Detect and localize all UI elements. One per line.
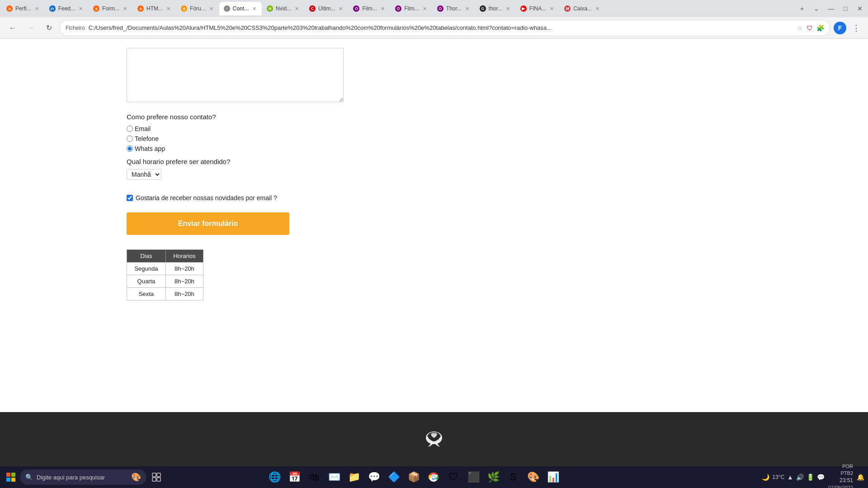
profile-avatar[interactable]: F (834, 22, 846, 34)
tab-close-film2[interactable]: ✕ (422, 5, 428, 13)
tab-label-thor1: Thor... (446, 5, 462, 12)
tab-label-nvidia: Nvid... (276, 5, 291, 12)
nav-actions: F ⋮ (834, 22, 863, 34)
maximize-button[interactable]: □ (839, 2, 852, 15)
radio-telefone-input[interactable] (127, 136, 133, 142)
search-icon: 🔍 (25, 474, 33, 481)
volume-icon[interactable]: 🔊 (796, 474, 804, 481)
taskbar-app-antivirus[interactable]: 🛡 (444, 468, 463, 487)
tab-label-ultim: Últim... (318, 5, 335, 12)
table-cell-dia-1: Quarta (127, 275, 166, 288)
radio-telefone-item[interactable]: Telefone (127, 135, 741, 142)
tab-thor2[interactable]: Gthor...✕ (475, 2, 515, 15)
tab-ultim[interactable]: CÚltim...✕ (305, 2, 348, 15)
tab-favicon-fina: ▶ (520, 5, 527, 12)
tab-close-conta[interactable]: ✕ (251, 5, 257, 13)
forward-button[interactable]: → (24, 21, 38, 35)
bookmark-icon[interactable]: ☆ (797, 24, 803, 32)
message-textarea[interactable] (127, 48, 344, 102)
tab-close-thor1[interactable]: ✕ (464, 5, 470, 13)
taskbar-app-whatsapp[interactable]: 💬 (364, 468, 383, 487)
tab-actions: + ⌄ — □ ✕ (796, 2, 866, 15)
back-button[interactable]: ← (5, 21, 20, 35)
radio-group-contact: Email Telefone Whats app (127, 125, 741, 152)
table-header-horarios: Horarios (165, 250, 203, 263)
tab-close-perfil[interactable]: ✕ (34, 5, 40, 13)
browser-chrome: aPerfi...✕inFeed...✕aForm...✕aHTM...✕aFó… (0, 0, 868, 39)
taskbar-app-blue[interactable]: 🔷 (384, 468, 403, 487)
taskbar-app-mail[interactable]: ✉️ (325, 468, 344, 487)
tab-perfil[interactable]: aPerfi...✕ (2, 2, 44, 15)
tab-close-feed[interactable]: ✕ (78, 5, 84, 13)
nav-bar: ← → ↻ Ficheiro C:/Users/fred_/Documents/… (0, 17, 868, 39)
minimize-button[interactable]: — (825, 2, 837, 15)
address-url-text: C:/Users/fred_/Documents/Aulas%20Alura/H… (89, 24, 793, 31)
new-tab-button[interactable]: + (796, 2, 808, 15)
radio-email-input[interactable] (127, 126, 133, 132)
radio-whatsapp-input[interactable] (127, 145, 133, 152)
tab-favicon-forum: a (181, 5, 187, 12)
tab-close-caixa[interactable]: ✕ (594, 5, 600, 13)
tab-close-fina[interactable]: ✕ (549, 5, 555, 13)
tab-nvidia[interactable]: NNvid...✕ (262, 2, 304, 15)
windows-start-button[interactable] (4, 470, 18, 484)
taskbar-app-calendar[interactable]: 📅 (285, 468, 304, 487)
menu-button[interactable]: ⋮ (850, 22, 863, 34)
tab-thor1[interactable]: OThor...✕ (433, 2, 475, 15)
tab-favicon-feed: in (49, 5, 56, 12)
tab-close-film1[interactable]: ✕ (380, 5, 386, 13)
taskbar-search-box[interactable]: 🔍 Digite aqui para pesquisar 🎨 (20, 469, 146, 485)
svg-rect-3 (6, 478, 10, 482)
battery-icon[interactable]: 🔋 (807, 474, 814, 481)
tab-close-nvidia[interactable]: ✕ (294, 5, 300, 13)
tab-html[interactable]: aHTM...✕ (133, 2, 176, 15)
tab-close-ultim[interactable]: ✕ (338, 5, 344, 13)
tab-close-form[interactable]: ✕ (122, 5, 128, 13)
taskbar-app-stats[interactable]: 📊 (543, 468, 562, 487)
tab-favicon-film1: O (353, 5, 359, 12)
taskbar-app-store[interactable]: 🛍 (305, 468, 324, 487)
extensions-icon[interactable]: 🧩 (816, 24, 824, 32)
tab-close-thor2[interactable]: ✕ (505, 5, 511, 13)
taskbar-app-3d[interactable]: 📦 (404, 468, 423, 487)
taskbar-app-chrome[interactable] (424, 468, 443, 487)
tab-conta[interactable]: ○Cont...✕ (219, 2, 262, 15)
tab-film2[interactable]: OFilm...✕ (391, 2, 432, 15)
newsletter-checkbox[interactable] (127, 195, 133, 201)
tab-list-button[interactable]: ⌄ (810, 2, 823, 15)
tab-feed[interactable]: inFeed...✕ (45, 2, 88, 15)
tab-close-html[interactable]: ✕ (165, 5, 171, 13)
taskbar-app-files[interactable]: 📁 (344, 468, 363, 487)
taskbar-app-edge[interactable]: 🌐 (265, 468, 284, 487)
radio-whatsapp-item[interactable]: Whats app (127, 145, 741, 152)
tab-caixa[interactable]: MCaixa...✕ (560, 2, 605, 15)
tab-close-forum[interactable]: ✕ (208, 5, 214, 13)
schedule-table: Dias Horarios Segunda8h~20hQuarta8h~20hS… (127, 249, 203, 300)
radio-email-item[interactable]: Email (127, 125, 741, 132)
horario-select[interactable]: ManhãTardeNoite (127, 169, 161, 180)
tab-fina[interactable]: ▶FINA...✕ (516, 2, 559, 15)
table-cell-horario-1: 8h~20h (165, 275, 203, 288)
close-window-button[interactable]: ✕ (854, 2, 866, 15)
table-cell-horario-2: 8h~20h (165, 288, 203, 300)
svg-rect-1 (6, 473, 10, 477)
address-bar[interactable]: Ficheiro C:/Users/fred_/Documents/Aulas%… (60, 20, 830, 36)
taskbar-app-colorgrid[interactable]: 🎨 (524, 468, 542, 487)
table-header-dias: Dias (127, 250, 166, 263)
tab-form[interactable]: aForm...✕ (89, 2, 132, 15)
reload-button[interactable]: ↻ (42, 21, 56, 35)
tab-film1[interactable]: OFilm...✕ (349, 2, 390, 15)
tab-forum[interactable]: aFóru...✕ (176, 2, 219, 15)
taskbar-app-green[interactable]: 🌿 (484, 468, 503, 487)
taskbar-app-sublime[interactable]: S (504, 468, 523, 487)
taskbar-notifications-button[interactable]: 🔔 (857, 474, 864, 481)
taskbar-app-terminal[interactable]: ⬛ (464, 468, 483, 487)
tab-favicon-ultim: C (309, 5, 316, 12)
submit-button[interactable]: Enviar formulário (127, 212, 289, 235)
tab-label-film1: Film... (362, 5, 377, 12)
taskbar-time-display: 23:51 (828, 477, 853, 484)
network-icon[interactable]: ▲ (787, 474, 793, 481)
notification-icon[interactable]: 💬 (817, 474, 825, 481)
task-view-button[interactable] (148, 469, 165, 485)
table-row: Segunda8h~20h (127, 263, 203, 275)
